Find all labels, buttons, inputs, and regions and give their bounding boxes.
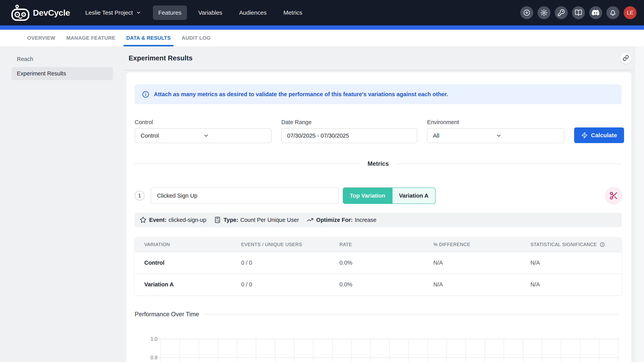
star-icon xyxy=(140,216,146,223)
variation-a-toggle[interactable]: Variation A xyxy=(392,187,436,204)
y-axis-tick: 1.0 xyxy=(145,336,158,342)
optimize-value: Increase xyxy=(355,217,376,223)
col-events: EVENTS / UNIQUE USERS xyxy=(232,242,330,247)
col-difference: % DIFFERENCE xyxy=(424,242,521,247)
scrollbar-gutter[interactable] xyxy=(634,46,644,362)
navbar-actions: LE xyxy=(520,6,636,19)
content-area: Reach Experiment Results Experiment Resu… xyxy=(0,46,644,362)
date-range-field: Date Range xyxy=(281,119,417,143)
cell-difference: N/A xyxy=(424,260,521,266)
user-avatar[interactable]: LE xyxy=(624,6,636,19)
sidebar-item-experiment-results[interactable]: Experiment Results xyxy=(12,67,113,80)
main-nav: Features Variables Audiences Metrics xyxy=(153,5,308,20)
metric-detail-bar: Event: clicked-sign-up Type: Count Per U… xyxy=(135,213,622,227)
control-label: Control xyxy=(135,119,272,126)
divider-line xyxy=(135,164,360,164)
chevron-down-icon xyxy=(203,133,266,139)
info-banner: Attach as many metrics as desired to val… xyxy=(135,84,622,104)
accent-bar xyxy=(0,25,644,30)
col-rate: RATE xyxy=(330,242,424,247)
project-name: Leslie Test Project xyxy=(85,9,133,16)
control-select-value: Control xyxy=(140,133,203,139)
cell-variation: Variation A xyxy=(135,281,232,288)
type-value: Count Per Unique User xyxy=(240,217,299,223)
performance-section-header: Performance Over Time xyxy=(135,311,622,318)
cell-significance: N/A xyxy=(521,281,622,288)
tab-data-results[interactable]: DATA & RESULTS xyxy=(126,30,171,46)
metrics-divider: Metrics xyxy=(135,160,622,167)
chart-plot-area xyxy=(160,339,618,362)
tab-audit-log[interactable]: AUDIT LOG xyxy=(182,30,210,46)
calculate-button[interactable]: Calculate xyxy=(574,127,624,143)
tab-overview[interactable]: OVERVIEW xyxy=(27,30,56,46)
date-range-label: Date Range xyxy=(281,119,417,126)
scissors-icon xyxy=(609,191,618,200)
sidebar-item-reach[interactable]: Reach xyxy=(12,53,113,65)
info-icon xyxy=(142,90,150,98)
notifications-button[interactable] xyxy=(606,6,619,19)
copy-link-button[interactable] xyxy=(620,52,632,64)
environment-select[interactable]: All xyxy=(427,128,564,143)
metrics-divider-label: Metrics xyxy=(368,160,389,167)
gridline xyxy=(158,339,618,339)
page-title: Experiment Results xyxy=(128,54,192,62)
docs-button[interactable] xyxy=(572,6,585,19)
api-keys-button[interactable] xyxy=(555,6,568,19)
key-icon xyxy=(558,9,565,16)
book-open-icon xyxy=(575,9,582,16)
divider-line xyxy=(396,164,622,164)
cell-variation: Control xyxy=(135,260,232,266)
gridline xyxy=(158,358,618,358)
metric-name-select[interactable]: Clicked Sign Up xyxy=(151,187,339,204)
cell-events: 0 / 0 xyxy=(232,260,330,266)
devcycle-logo[interactable]: DevCycle xyxy=(11,4,70,21)
environment-select-value: All xyxy=(433,133,496,139)
info-icon[interactable] xyxy=(597,242,605,247)
trending-up-icon xyxy=(307,216,314,223)
nav-metrics[interactable]: Metrics xyxy=(278,5,308,20)
info-banner-text: Attach as many metrics as desired to val… xyxy=(154,91,448,98)
optimize-label: Optimize For: xyxy=(316,217,353,223)
y-axis-tick: 0.9 xyxy=(145,355,158,361)
cell-difference: N/A xyxy=(424,281,521,288)
link-icon xyxy=(623,55,629,61)
filter-row: Control Control Date Range Environment xyxy=(135,119,622,143)
experiment-results-card: Attach as many metrics as desired to val… xyxy=(126,72,632,362)
section-rule xyxy=(204,314,618,315)
metric-name-value: Clicked Sign Up xyxy=(157,192,197,199)
environment-field: Environment All xyxy=(427,119,564,143)
remove-metric-button[interactable] xyxy=(605,187,622,204)
col-significance: STATISTICAL SIGNIFICANCE xyxy=(521,242,622,247)
settings-button[interactable] xyxy=(538,6,550,19)
control-select[interactable]: Control xyxy=(135,128,272,143)
table-row: Control 0 / 0 0.0% N/A N/A xyxy=(135,252,622,273)
add-button[interactable] xyxy=(520,6,533,19)
feature-tab-bar: OVERVIEW MANAGE FEATURE DATA & RESULTS A… xyxy=(0,30,644,46)
top-navbar: DevCycle Leslie Test Project Features Va… xyxy=(0,0,644,25)
cell-rate: 0.0% xyxy=(330,260,424,266)
event-value: clicked-sign-up xyxy=(168,217,206,223)
results-table: VARIATION EVENTS / UNIQUE USERS RATE % D… xyxy=(135,237,622,295)
performance-title: Performance Over Time xyxy=(135,311,199,318)
nav-variables[interactable]: Variables xyxy=(193,5,228,20)
col-variation: VARIATION xyxy=(135,242,232,247)
project-switcher[interactable]: Leslie Test Project xyxy=(84,9,142,16)
table-header-row: VARIATION EVENTS / UNIQUE USERS RATE % D… xyxy=(135,237,622,252)
top-variation-toggle[interactable]: Top Variation xyxy=(343,187,392,204)
date-range-input[interactable] xyxy=(281,128,417,143)
cell-significance: N/A xyxy=(521,260,622,266)
table-row: Variation A 0 / 0 0.0% N/A N/A xyxy=(135,273,622,295)
nav-features[interactable]: Features xyxy=(153,5,187,20)
cell-events: 0 / 0 xyxy=(232,281,330,288)
nav-audiences[interactable]: Audiences xyxy=(234,5,272,20)
tab-manage-feature[interactable]: MANAGE FEATURE xyxy=(66,30,116,46)
discord-button[interactable] xyxy=(589,6,602,19)
environment-label: Environment xyxy=(427,119,564,126)
discord-icon xyxy=(592,9,600,17)
metric-row: 1 Clicked Sign Up Top Variation Variatio… xyxy=(135,187,622,204)
plus-circle-icon xyxy=(523,9,530,16)
type-label: Type: xyxy=(224,217,238,223)
event-label: Event: xyxy=(149,217,166,223)
main-panel: Experiment Results Attach as many metric… xyxy=(123,46,634,362)
lightning-bolt-icon xyxy=(581,132,588,139)
